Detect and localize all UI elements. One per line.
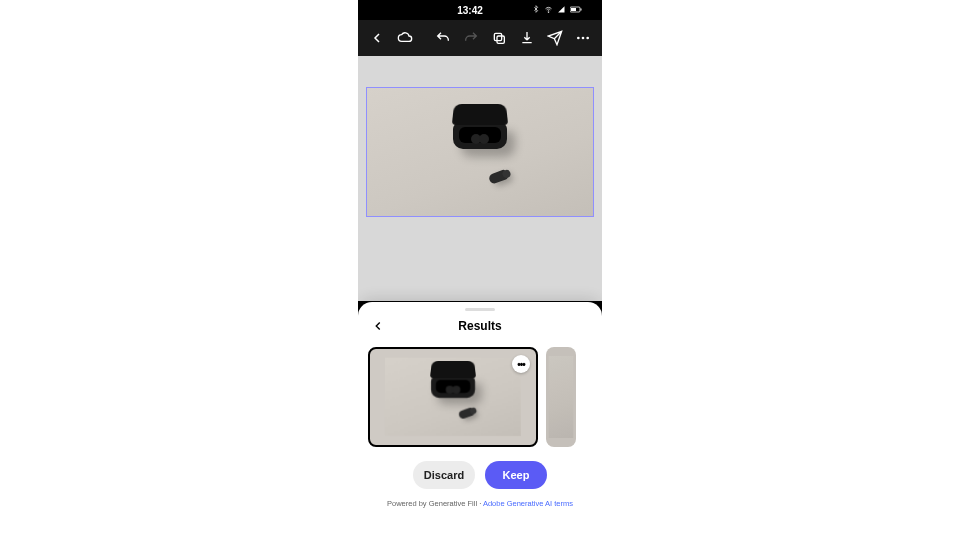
signal-icon bbox=[557, 5, 566, 16]
thumbnail-more-button[interactable]: ••• bbox=[512, 355, 530, 373]
footer-prefix: Powered by Generative Fill · bbox=[387, 499, 483, 508]
result-thumbnail-next[interactable] bbox=[546, 347, 576, 447]
undo-button[interactable] bbox=[430, 25, 456, 51]
footer-text: Powered by Generative Fill · Adobe Gener… bbox=[358, 495, 602, 516]
cloud-icon[interactable] bbox=[392, 25, 418, 51]
back-button[interactable] bbox=[364, 25, 390, 51]
share-button[interactable] bbox=[542, 25, 568, 51]
result-thumbnail-selected[interactable]: ••• bbox=[368, 347, 538, 447]
status-icons bbox=[532, 5, 582, 16]
results-sheet: Results ••• Discard Keep Powered by Gene… bbox=[358, 302, 602, 540]
phone-frame: 13:42 bbox=[358, 0, 602, 540]
status-time: 13:42 bbox=[408, 5, 532, 16]
more-button[interactable] bbox=[570, 25, 596, 51]
app-toolbar bbox=[358, 20, 602, 56]
layers-button[interactable] bbox=[486, 25, 512, 51]
battery-icon bbox=[570, 5, 582, 15]
earbuds-case-icon bbox=[453, 123, 507, 149]
svg-point-6 bbox=[577, 37, 580, 40]
result-thumbnails: ••• bbox=[358, 337, 602, 453]
svg-rect-4 bbox=[494, 33, 501, 40]
svg-rect-5 bbox=[497, 36, 504, 43]
svg-point-0 bbox=[548, 11, 549, 12]
status-bar: 13:42 bbox=[358, 0, 602, 20]
sheet-back-button[interactable] bbox=[368, 316, 388, 336]
svg-rect-3 bbox=[581, 9, 582, 11]
sheet-grabber[interactable] bbox=[465, 308, 495, 311]
action-row: Discard Keep bbox=[358, 453, 602, 495]
canvas-image bbox=[367, 88, 593, 216]
svg-rect-2 bbox=[571, 8, 576, 11]
discard-button[interactable]: Discard bbox=[413, 461, 475, 489]
earbud-icon bbox=[488, 169, 508, 185]
keep-button[interactable]: Keep bbox=[485, 461, 547, 489]
canvas-area[interactable] bbox=[358, 56, 602, 301]
bluetooth-icon bbox=[532, 5, 540, 15]
sheet-title: Results bbox=[458, 319, 501, 333]
wifi-icon bbox=[544, 5, 553, 16]
redo-button[interactable] bbox=[458, 25, 484, 51]
sheet-header: Results bbox=[358, 315, 602, 337]
footer-link[interactable]: Adobe Generative AI terms bbox=[483, 499, 573, 508]
download-button[interactable] bbox=[514, 25, 540, 51]
svg-point-8 bbox=[586, 37, 589, 40]
svg-point-7 bbox=[582, 37, 585, 40]
canvas-selection[interactable] bbox=[366, 87, 594, 217]
